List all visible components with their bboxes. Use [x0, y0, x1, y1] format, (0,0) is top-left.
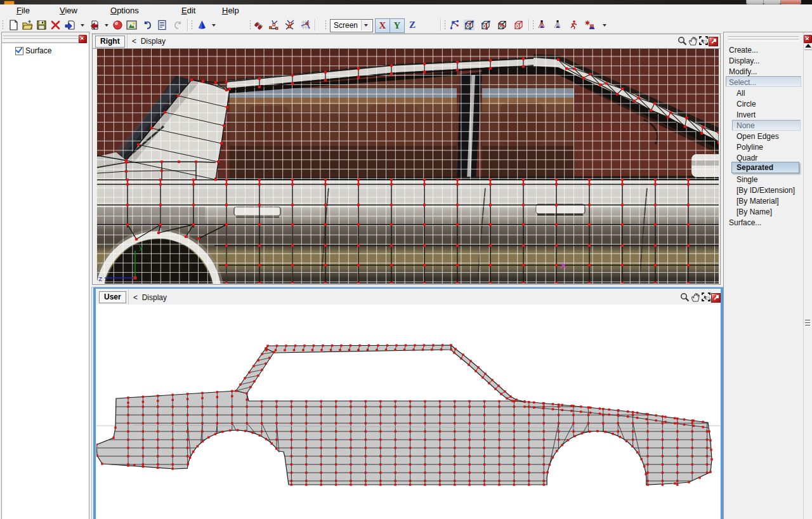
svg-text:y: y [139, 244, 143, 251]
svg-text:z: z [98, 275, 103, 283]
